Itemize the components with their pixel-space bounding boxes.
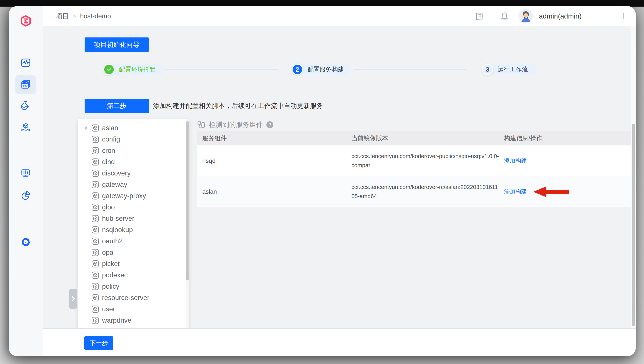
gear-z-icon: Z	[21, 237, 31, 248]
detected-components-header: 检测到的服务组件 ?	[197, 120, 273, 129]
sidebar-item-settings[interactable]: Z	[15, 233, 36, 252]
tree-item-opa[interactable]: opa	[78, 247, 189, 258]
service-cube-icon	[92, 147, 99, 154]
tree-item-label: gloo	[102, 203, 115, 211]
tree-item-gateway[interactable]: gateway	[78, 179, 189, 190]
add-build-link[interactable]: 添加构建	[504, 188, 527, 195]
kebab-menu-icon[interactable]	[619, 11, 628, 21]
components-icon	[197, 120, 205, 129]
tree-item-hub-server[interactable]: hub-server	[78, 213, 189, 224]
table-column-header: 服务组件	[197, 134, 351, 142]
service-cube-icon	[92, 192, 99, 200]
tree-item-resource-server[interactable]: resource-server	[78, 292, 189, 304]
notifications-bell-icon[interactable]	[500, 11, 509, 21]
table-row-aslan: aslanccr.ccs.tencentyun.com/koderover-rc…	[197, 176, 636, 207]
step2-label: 配置服务构建	[297, 64, 351, 75]
build-action-cell: 添加构建	[504, 157, 636, 164]
activity-icon	[21, 58, 31, 69]
user-avatar[interactable]	[519, 9, 533, 23]
breadcrumb-current: host-demo	[80, 12, 111, 20]
table-column-header: 当前镜像版本	[351, 134, 504, 142]
tree-item-label: gateway	[102, 181, 127, 188]
tree-vertical-scrollbar-thumb[interactable]	[186, 121, 189, 280]
tree-item-gloo[interactable]: gloo	[78, 202, 189, 213]
step1-done-check-icon	[103, 64, 115, 75]
service-cube-icon	[92, 136, 99, 143]
service-cube-icon	[92, 226, 99, 234]
app-window: PMZ 项目 > host-demo	[9, 6, 636, 356]
zadig-logo-icon[interactable]	[20, 15, 31, 26]
tree-item-policy[interactable]: policy	[78, 281, 189, 292]
tree-item-podexec[interactable]: podexec	[78, 270, 189, 281]
service-cube-icon	[92, 249, 99, 256]
tree-item-label: gateway-proxy	[102, 192, 146, 200]
image-version: ccr.ccs.tencentyun.com/koderover-rc/asla…	[351, 183, 500, 201]
tree-item-gateway-proxy[interactable]: gateway-proxy	[78, 190, 189, 202]
service-cube-icon	[92, 215, 99, 222]
tree-item-label: dind	[102, 158, 115, 166]
tree-item-label: oauth2	[102, 237, 123, 245]
tree-item-dind[interactable]: dind	[78, 156, 189, 168]
docs-icon[interactable]	[475, 11, 484, 21]
red-arrow-left-icon	[527, 188, 570, 195]
service-cube-icon	[92, 294, 99, 302]
sidebar-item-delivery[interactable]	[15, 118, 36, 137]
tree-item-label: cron	[102, 147, 115, 154]
tree-item-nsqlookup[interactable]: nsqlookup	[78, 224, 189, 236]
footer-bar: 下一步	[43, 328, 636, 356]
service-name: aslan	[197, 188, 351, 195]
tree-item-label: resource-server	[102, 294, 149, 302]
tree-item-label: hub-server	[102, 215, 134, 222]
username[interactable]: admin(admin)	[539, 6, 582, 26]
service-cube-icon	[92, 170, 99, 177]
step3-number: 3	[482, 64, 493, 75]
service-cube-icon	[92, 204, 99, 211]
caret-right-icon[interactable]	[85, 126, 88, 130]
tree-item-label: user	[102, 305, 115, 313]
tree-item-picket[interactable]: picket	[78, 258, 189, 270]
top-header: 项目 > host-demo ad	[43, 6, 636, 26]
sidebar-item-dashboard[interactable]	[15, 54, 36, 73]
panel-collapse-handle[interactable]	[69, 289, 77, 309]
help-icon[interactable]: ?	[266, 121, 273, 128]
sidebar-item-tests[interactable]	[15, 96, 36, 116]
flask-icon	[21, 100, 31, 112]
service-tree-panel: aslanconfigcrondinddiscoverygatewaygatew…	[78, 119, 189, 333]
sidebar: PMZ	[9, 6, 43, 356]
service-name: nsqd	[197, 158, 351, 164]
tree-item-discovery[interactable]: discovery	[78, 168, 189, 179]
tree-item-label: config	[102, 136, 120, 143]
add-build-link[interactable]: 添加构建	[504, 157, 527, 164]
sidebar-item-reports[interactable]	[15, 186, 36, 206]
tree-item-user[interactable]: user	[78, 304, 189, 315]
sidebar-item-insights[interactable]	[15, 164, 36, 183]
step-connector	[354, 69, 466, 70]
svg-text:PM: PM	[23, 84, 28, 88]
tree-item-label: podexec	[102, 271, 128, 279]
step-banner-label: 第二步	[85, 99, 149, 113]
tree-item-oauth2[interactable]: oauth2	[78, 236, 189, 247]
tree-item-config[interactable]: config	[78, 134, 189, 145]
sidebar-item-projects-pm[interactable]: PM	[15, 75, 36, 94]
breadcrumb-section[interactable]: 项目	[56, 12, 69, 21]
service-cube-icon	[92, 317, 99, 324]
next-step-button[interactable]: 下一步	[84, 336, 113, 350]
tree-item-aslan[interactable]: aslan	[78, 122, 189, 134]
service-cube-icon	[92, 124, 99, 132]
tree-item-warpdrive[interactable]: warpdrive	[78, 315, 189, 326]
tree-item-label: warpdrive	[102, 316, 131, 324]
pie-icon	[21, 190, 31, 202]
breadcrumb: 项目 > host-demo	[56, 6, 111, 26]
tree-item-cron[interactable]: cron	[78, 145, 189, 156]
tree-item-label: opa	[102, 248, 113, 256]
page-scrollbar-thumb[interactable]	[632, 124, 635, 326]
table-header-row: 服务组件当前镜像版本构建信息/操作	[197, 131, 636, 146]
tree-item-label: aslan	[102, 124, 118, 132]
detected-components-title: 检测到的服务组件	[209, 120, 263, 129]
step-banner-description: 添加构建并配置相关脚本，后续可在工作流中自动更新服务	[153, 99, 323, 113]
svg-text:Z: Z	[25, 240, 27, 244]
chevron-right-icon	[70, 296, 75, 301]
wizard-title-button[interactable]: 项目初始化向导	[85, 38, 149, 52]
build-action-cell: 添加构建	[504, 186, 636, 198]
step-connector	[165, 69, 278, 70]
